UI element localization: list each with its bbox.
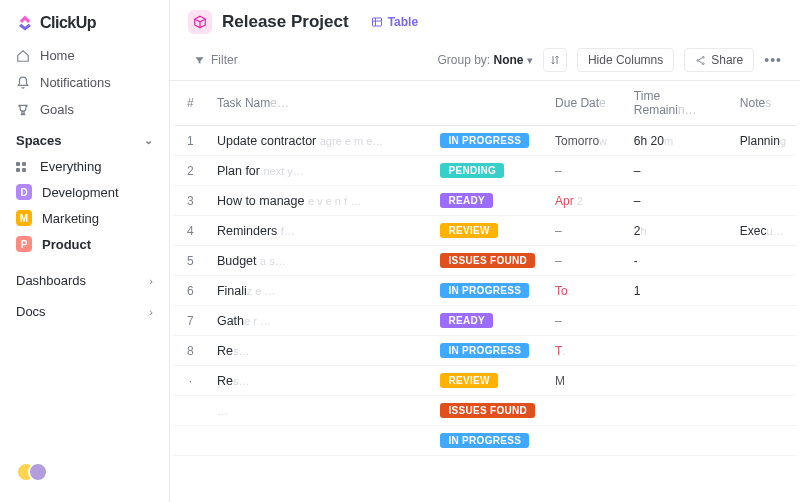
- due-cell[interactable]: M: [545, 366, 624, 396]
- more-button[interactable]: •••: [764, 52, 782, 68]
- col-status[interactable]: [430, 81, 545, 126]
- time-cell[interactable]: [624, 426, 730, 456]
- status-cell[interactable]: REVIEW: [430, 366, 545, 396]
- project-icon[interactable]: [188, 10, 212, 34]
- col-time-remaining[interactable]: Time Remainin…: [624, 81, 730, 126]
- notes-cell[interactable]: [730, 366, 796, 396]
- table-row[interactable]: 7Gathe r …READY–: [174, 306, 796, 336]
- task-name-cell[interactable]: Gathe r …: [207, 306, 431, 336]
- chevron-right-icon: ›: [149, 275, 153, 287]
- table-row[interactable]: 3How to manage e v e n t …READYApr 2–: [174, 186, 796, 216]
- sidebar-space-marketing[interactable]: MMarketing: [0, 205, 169, 231]
- everything-icon: [16, 162, 30, 172]
- notes-cell[interactable]: [730, 426, 796, 456]
- due-cell[interactable]: –: [545, 216, 624, 246]
- time-cell[interactable]: [624, 396, 730, 426]
- nav-notifications[interactable]: Notifications: [0, 69, 169, 96]
- due-cell[interactable]: T.: [545, 336, 624, 366]
- view-table[interactable]: Table: [371, 15, 418, 29]
- nav-goals[interactable]: Goals: [0, 96, 169, 123]
- spaces-header[interactable]: Spaces ⌄: [0, 123, 169, 154]
- status-cell[interactable]: PENDING: [430, 156, 545, 186]
- sort-button[interactable]: [543, 48, 567, 72]
- due-cell[interactable]: Tomorrow: [545, 126, 624, 156]
- share-icon: [695, 55, 706, 66]
- time-cell[interactable]: 6h 20m: [624, 126, 730, 156]
- groupby-selector[interactable]: Group by: None ▾: [437, 53, 532, 67]
- sidebar-space-development[interactable]: DDevelopment: [0, 179, 169, 205]
- filter-icon: [194, 55, 205, 66]
- table-row[interactable]: 4Reminders f…REVIEW–2hExecu…: [174, 216, 796, 246]
- status-cell[interactable]: REVIEW: [430, 216, 545, 246]
- task-name-cell[interactable]: Finaliz e …: [207, 276, 431, 306]
- status-cell[interactable]: IN PROGRESS: [430, 426, 545, 456]
- notes-cell[interactable]: Planning: [730, 126, 796, 156]
- status-cell[interactable]: ISSUES FOUND: [430, 396, 545, 426]
- due-cell[interactable]: –: [545, 156, 624, 186]
- home-icon: [16, 49, 30, 63]
- notes-cell[interactable]: Execu…: [730, 216, 796, 246]
- table-row[interactable]: 5Budget a s…ISSUES FOUND–-: [174, 246, 796, 276]
- sidebar-item-docs[interactable]: Docs ›: [0, 296, 169, 327]
- status-cell[interactable]: IN PROGRESS: [430, 276, 545, 306]
- time-cell[interactable]: 1: [624, 276, 730, 306]
- logo[interactable]: ClickUp: [0, 8, 169, 42]
- time-cell[interactable]: 2h: [624, 216, 730, 246]
- col-num[interactable]: #: [174, 81, 207, 126]
- task-name-cell[interactable]: Reminders f…: [207, 216, 431, 246]
- task-name-cell[interactable]: [207, 426, 431, 456]
- table-row[interactable]: ·Res…REVIEWM: [174, 366, 796, 396]
- time-cell[interactable]: -: [624, 246, 730, 276]
- filter-button[interactable]: Filter: [188, 49, 244, 71]
- notes-cell[interactable]: [730, 276, 796, 306]
- notes-cell[interactable]: [730, 156, 796, 186]
- notes-cell[interactable]: [730, 396, 796, 426]
- user-avatars[interactable]: [0, 452, 169, 494]
- col-task-name[interactable]: Task Name…: [207, 81, 431, 126]
- time-cell[interactable]: [624, 336, 730, 366]
- task-name-cell[interactable]: Plan for next y…: [207, 156, 431, 186]
- notes-cell[interactable]: [730, 336, 796, 366]
- task-name-cell[interactable]: How to manage e v e n t …: [207, 186, 431, 216]
- table-row[interactable]: 6Finaliz e …IN PROGRESSTo.1: [174, 276, 796, 306]
- due-cell[interactable]: To.: [545, 276, 624, 306]
- notes-cell[interactable]: [730, 306, 796, 336]
- table-scroll[interactable]: # Task Name… Due Date Time Remainin… Not…: [170, 81, 800, 456]
- time-cell[interactable]: –: [624, 186, 730, 216]
- table-row[interactable]: 2Plan for next y…PENDING––: [174, 156, 796, 186]
- share-button[interactable]: Share: [684, 48, 754, 72]
- sidebar-item-everything[interactable]: Everything: [0, 154, 169, 179]
- due-cell[interactable]: –: [545, 246, 624, 276]
- status-cell[interactable]: IN PROGRESS: [430, 126, 545, 156]
- time-cell[interactable]: [624, 306, 730, 336]
- col-due-date[interactable]: Due Date: [545, 81, 624, 126]
- task-name-cell[interactable]: Res…: [207, 366, 431, 396]
- status-badge: ISSUES FOUND: [440, 403, 535, 418]
- time-cell[interactable]: [624, 366, 730, 396]
- task-name-cell[interactable]: Update contractor agre e m e…: [207, 126, 431, 156]
- status-cell[interactable]: ISSUES FOUND: [430, 246, 545, 276]
- col-notes[interactable]: Notes: [730, 81, 796, 126]
- nav-home[interactable]: Home: [0, 42, 169, 69]
- hide-columns-button[interactable]: Hide Columns: [577, 48, 674, 72]
- sidebar-space-product[interactable]: PProduct: [0, 231, 169, 257]
- time-cell[interactable]: –: [624, 156, 730, 186]
- task-name-cell[interactable]: …: [207, 396, 431, 426]
- notes-cell[interactable]: [730, 246, 796, 276]
- status-cell[interactable]: READY: [430, 306, 545, 336]
- due-cell[interactable]: Apr 2: [545, 186, 624, 216]
- notes-cell[interactable]: [730, 186, 796, 216]
- task-name-cell[interactable]: Budget a s…: [207, 246, 431, 276]
- due-cell[interactable]: [545, 426, 624, 456]
- due-cell[interactable]: [545, 396, 624, 426]
- task-name-cell[interactable]: Res…: [207, 336, 431, 366]
- due-cell[interactable]: –: [545, 306, 624, 336]
- table-row[interactable]: IN PROGRESS: [174, 426, 796, 456]
- cube-icon: [193, 15, 207, 29]
- table-row[interactable]: …ISSUES FOUND: [174, 396, 796, 426]
- table-row[interactable]: 1Update contractor agre e m e…IN PROGRES…: [174, 126, 796, 156]
- table-row[interactable]: 8Res…IN PROGRESST.: [174, 336, 796, 366]
- sidebar-item-dashboards[interactable]: Dashboards ›: [0, 265, 169, 296]
- status-cell[interactable]: IN PROGRESS: [430, 336, 545, 366]
- status-cell[interactable]: READY: [430, 186, 545, 216]
